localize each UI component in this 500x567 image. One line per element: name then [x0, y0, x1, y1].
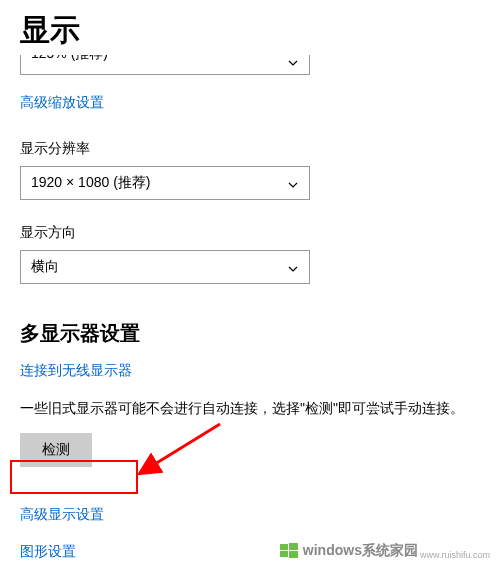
multidisplay-heading: 多显示器设置	[20, 320, 480, 347]
wireless-display-link[interactable]: 连接到无线显示器	[20, 362, 132, 380]
watermark: windows系统家园 www.ruishifu.com	[279, 541, 490, 561]
watermark-main: windows系统家园	[303, 542, 418, 560]
resolution-value: 1920 × 1080 (推荐)	[31, 174, 287, 192]
chevron-down-icon	[287, 55, 299, 67]
detect-button[interactable]: 检测	[20, 433, 92, 467]
windows-logo-icon	[279, 541, 299, 561]
legacy-display-text: 一些旧式显示器可能不会进行自动连接，选择"检测"即可尝试手动连接。	[20, 398, 480, 419]
resolution-dropdown[interactable]: 1920 × 1080 (推荐)	[20, 166, 310, 200]
graphics-settings-link[interactable]: 图形设置	[20, 543, 76, 561]
svg-rect-5	[289, 551, 298, 558]
chevron-down-icon	[287, 261, 299, 273]
orientation-dropdown[interactable]: 横向	[20, 250, 310, 284]
resolution-label: 显示分辨率	[20, 140, 480, 158]
watermark-sub: www.ruishifu.com	[420, 550, 490, 560]
orientation-label: 显示方向	[20, 224, 480, 242]
advanced-display-settings-link[interactable]: 高级显示设置	[20, 506, 104, 524]
advanced-scaling-link[interactable]: 高级缩放设置	[20, 94, 104, 112]
svg-rect-2	[280, 544, 288, 550]
chevron-down-icon	[287, 177, 299, 189]
orientation-value: 横向	[31, 258, 287, 276]
page-title: 显示	[20, 10, 480, 51]
svg-rect-3	[289, 543, 298, 550]
scaling-value: 125% (推荐)	[31, 55, 287, 63]
svg-rect-4	[280, 551, 288, 557]
scaling-dropdown[interactable]: 125% (推荐)	[20, 55, 310, 75]
